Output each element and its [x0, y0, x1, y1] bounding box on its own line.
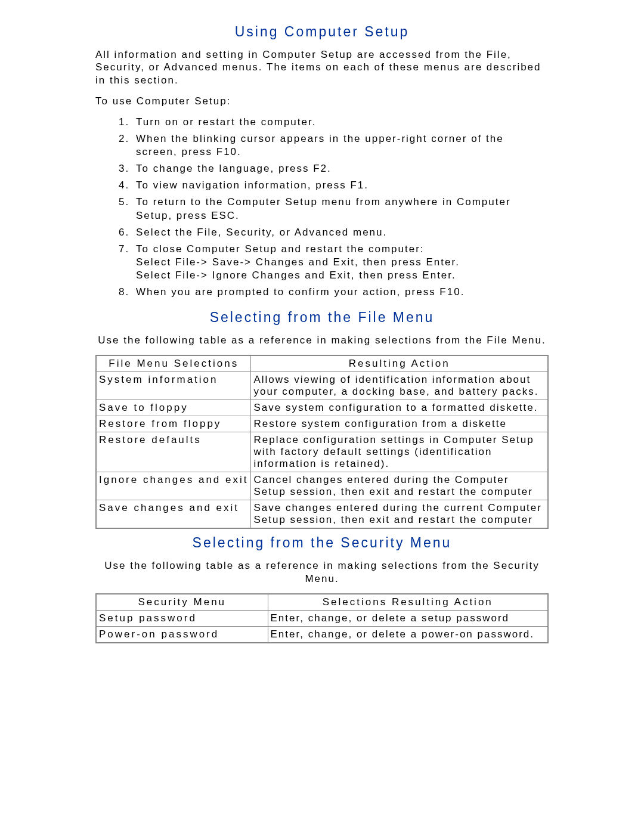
step-item: To close Computer Setup and restart the … — [134, 243, 549, 282]
heading-file-menu: Selecting from the File Menu — [95, 309, 549, 326]
col-header-security: Security Menu — [96, 594, 268, 611]
security-menu-table: Security Menu Selections Resulting Actio… — [95, 593, 549, 643]
cell-action: Enter, change, or delete a setup passwor… — [268, 610, 548, 626]
table-row: Save changes and exit Save changes enter… — [96, 500, 548, 529]
file-menu-table: File Menu Selections Resulting Action Sy… — [95, 355, 549, 529]
col-header-selections: File Menu Selections — [96, 355, 251, 372]
table-row: System information Allows viewing of ide… — [96, 372, 548, 400]
table-row: Power-on password Enter, change, or dele… — [96, 626, 548, 643]
table-row: Restore from floppy Restore system confi… — [96, 416, 548, 432]
step-item: Turn on or restart the computer. — [134, 116, 549, 129]
table-row: Save to floppy Save system configuration… — [96, 400, 548, 416]
heading-security-menu: Selecting from the Security Menu — [95, 535, 549, 551]
cell-selection: System information — [96, 372, 251, 400]
table-header-row: File Menu Selections Resulting Action — [96, 355, 548, 372]
cell-action: Cancel changes entered during the Comput… — [251, 472, 548, 500]
col-header-action: Resulting Action — [251, 355, 548, 372]
step-item: To view navigation information, press F1… — [134, 179, 549, 192]
table-header-row: Security Menu Selections Resulting Actio… — [96, 594, 548, 611]
cell-selection: Power-on password — [96, 626, 268, 643]
lead-line: To use Computer Setup: — [95, 95, 549, 107]
table-row: Restore defaults Replace configuration s… — [96, 432, 548, 472]
table-row: Setup password Enter, change, or delete … — [96, 610, 548, 626]
steps-list: Turn on or restart the computer. When th… — [95, 116, 549, 299]
cell-action: Save changes entered during the current … — [251, 500, 548, 529]
table-row: Ignore changes and exit Cancel changes e… — [96, 472, 548, 500]
col-header-security-action: Selections Resulting Action — [268, 594, 548, 611]
step-item: When the blinking cursor appears in the … — [134, 132, 549, 159]
cell-selection: Save to floppy — [96, 400, 251, 416]
cell-selection: Save changes and exit — [96, 500, 251, 529]
heading-using-computer-setup: Using Computer Setup — [95, 24, 549, 40]
page-content: Using Computer Setup All information and… — [83, 24, 561, 673]
intro-paragraph: All information and setting in Computer … — [95, 48, 549, 86]
step-item: Select the File, Security, or Advanced m… — [134, 226, 549, 239]
cell-action: Enter, change, or delete a power-on pass… — [268, 626, 548, 643]
step-item: To return to the Computer Setup menu fro… — [134, 196, 549, 222]
step-item: When you are prompted to confirm your ac… — [134, 286, 549, 299]
cell-selection: Restore from floppy — [96, 416, 251, 432]
cell-action: Replace configuration settings in Comput… — [251, 432, 548, 472]
cell-action: Save system configuration to a formatted… — [251, 400, 548, 416]
cell-selection: Ignore changes and exit — [96, 472, 251, 500]
security-menu-intro: Use the following table as a reference i… — [95, 559, 549, 585]
file-menu-intro: Use the following table as a reference i… — [95, 334, 549, 346]
cell-selection: Setup password — [96, 610, 268, 626]
cell-action: Restore system configuration from a disk… — [251, 416, 548, 432]
step-item: To change the language, press F2. — [134, 162, 549, 175]
cell-action: Allows viewing of identification informa… — [251, 372, 548, 400]
cell-selection: Restore defaults — [96, 432, 251, 472]
